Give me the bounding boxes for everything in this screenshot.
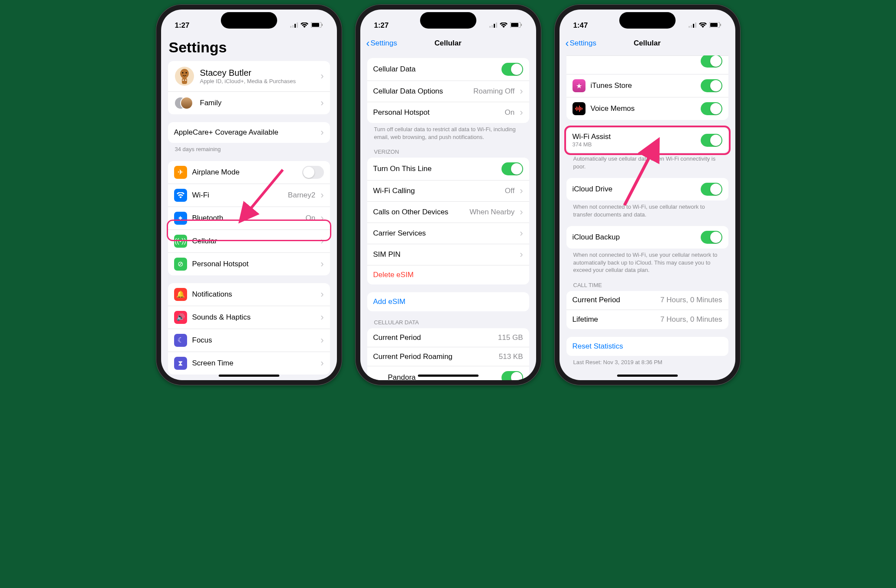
wifi-assist-sub: 374 MB	[573, 141, 695, 148]
icloud-backup-toggle[interactable]	[701, 231, 722, 244]
cellular-data-row[interactable]: Cellular Data	[367, 58, 529, 81]
wifi-value: Barney2	[288, 191, 315, 200]
airplane-row[interactable]: ✈ Airplane Mode	[168, 161, 330, 184]
chevron-icon: ›	[520, 107, 523, 118]
sounds-row[interactable]: 🔊 Sounds & Haptics ›	[168, 306, 330, 329]
add-esim-row[interactable]: Add eSIM	[367, 292, 529, 311]
itunes-row[interactable]: ★ iTunes Store	[566, 74, 728, 97]
status-right	[489, 21, 522, 30]
icloud-drive-toggle[interactable]	[701, 183, 722, 196]
wifi-assist-toggle[interactable]	[701, 134, 722, 147]
cellular-data-toggle[interactable]	[501, 63, 523, 76]
hotspot-row[interactable]: ⊘ Personal Hotspot ›	[168, 253, 330, 275]
carrier-header: VERIZON	[367, 149, 529, 158]
screentime-row[interactable]: ⧗ Screen Time ›	[168, 352, 330, 375]
notch	[420, 12, 476, 29]
svg-rect-22	[689, 26, 690, 28]
icloud-drive-row[interactable]: iCloud Drive	[566, 178, 728, 200]
cellular-options-label: Cellular Data Options	[373, 87, 469, 96]
carrier-services-row[interactable]: Carrier Services ›	[367, 223, 529, 244]
notch	[619, 12, 676, 29]
pandora-row[interactable]: Pandora	[367, 366, 529, 380]
hotspot-label: Personal Hotspot	[373, 108, 500, 117]
svg-rect-16	[492, 25, 493, 28]
back-label: Settings	[570, 39, 596, 48]
profile-name: Stacey Butler	[200, 68, 316, 78]
svg-rect-6	[322, 24, 323, 26]
wifi-calling-label: Wi-Fi Calling	[373, 187, 500, 195]
chevron-left-icon: ‹	[366, 37, 370, 49]
voice-memos-toggle[interactable]	[701, 102, 722, 115]
svg-rect-3	[297, 23, 298, 28]
screen-2: 1:27 ‹ Settings Cellular Cellular Data	[360, 10, 536, 380]
page-title: Settings	[161, 34, 337, 58]
itunes-toggle[interactable]	[701, 79, 722, 92]
icloud-drive-label: iCloud Drive	[573, 185, 695, 194]
other-devices-label: Calls on Other Devices	[373, 208, 465, 216]
nav-bar: ‹ Settings Cellular	[360, 34, 536, 54]
ct-current-row: Current Period 7 Hours, 0 Minutes	[566, 291, 728, 310]
svg-rect-32	[579, 106, 580, 112]
wifi-icon	[301, 21, 308, 30]
voice-memos-label: Voice Memos	[591, 104, 695, 113]
other-devices-value: When Nearby	[469, 208, 514, 216]
speaker-icon: 🔊	[174, 311, 187, 324]
svg-rect-1	[292, 25, 294, 28]
airplane-icon: ✈	[174, 166, 187, 179]
airplane-toggle[interactable]	[302, 166, 324, 179]
cellular-row[interactable]: ((•)) Cellular ›	[168, 230, 330, 253]
profile-row[interactable]: Stacey Butler Apple ID, iCloud+, Media &…	[168, 61, 330, 92]
wifi-row-icon	[174, 189, 187, 202]
svg-rect-34	[582, 108, 582, 110]
cellular-options-value: Roaming Off	[473, 87, 514, 96]
bluetooth-label: Bluetooth	[192, 214, 301, 223]
chevron-icon: ›	[320, 127, 323, 138]
family-row[interactable]: Family ›	[168, 92, 330, 114]
status-time: 1:47	[573, 21, 588, 30]
nav-bar: ‹ Settings Cellular	[560, 34, 735, 54]
phone-2-frame: 1:27 ‹ Settings Cellular Cellular Data	[355, 4, 541, 385]
star-icon: ★	[573, 79, 585, 92]
chevron-icon: ›	[520, 207, 523, 218]
reset-stats-row[interactable]: Reset Statistics	[566, 337, 728, 356]
wifi-assist-footer: Automatically use cellular data when Wi-…	[566, 152, 728, 170]
icloud-backup-label: iCloud Backup	[573, 233, 695, 242]
sounds-label: Sounds & Haptics	[192, 313, 316, 322]
delete-esim-row[interactable]: Delete eSIM	[367, 265, 529, 284]
sim-pin-label: SIM PIN	[373, 250, 515, 259]
partial-row-top[interactable]	[566, 55, 728, 74]
status-time: 1:27	[175, 21, 190, 30]
sim-pin-row[interactable]: SIM PIN ›	[367, 244, 529, 265]
wifi-row[interactable]: Wi-Fi Barney2 ›	[168, 184, 330, 207]
wifi-calling-row[interactable]: Wi-Fi Calling Off ›	[367, 181, 529, 202]
chevron-icon: ›	[320, 358, 323, 369]
home-indicator	[617, 375, 678, 377]
back-button[interactable]: ‹ Settings	[366, 37, 397, 49]
chevron-icon: ›	[320, 190, 323, 201]
family-avatars	[174, 97, 195, 110]
hotspot-row[interactable]: Personal Hotspot On ›	[367, 102, 529, 123]
applecare-row[interactable]: AppleCare+ Coverage Available ›	[168, 122, 330, 143]
status-right	[689, 21, 721, 30]
wifi-assist-row[interactable]: Wi-Fi Assist 374 MB	[566, 128, 728, 152]
icloud-backup-row[interactable]: iCloud Backup	[566, 226, 728, 249]
chevron-icon: ›	[320, 213, 323, 224]
home-indicator	[219, 375, 279, 377]
notifications-row[interactable]: 🔔 Notifications ›	[168, 283, 330, 306]
signal-icon	[689, 21, 696, 30]
other-devices-row[interactable]: Calls on Other Devices When Nearby ›	[367, 202, 529, 223]
cellular-options-row[interactable]: Cellular Data Options Roaming Off ›	[367, 81, 529, 102]
bluetooth-row[interactable]: ⌖ Bluetooth On ›	[168, 207, 330, 230]
svg-rect-20	[511, 23, 518, 27]
pandora-toggle[interactable]	[501, 371, 523, 380]
cellular-data-header: CELLULAR DATA	[367, 319, 529, 328]
back-button[interactable]: ‹ Settings	[566, 37, 596, 49]
ct-lifetime-row: Lifetime 7 Hours, 0 Minutes	[566, 310, 728, 329]
focus-row[interactable]: ☾ Focus ›	[168, 329, 330, 352]
cellular-label: Cellular	[192, 237, 316, 246]
battery-icon	[510, 21, 522, 30]
turn-on-line-row[interactable]: Turn On This Line	[367, 158, 529, 181]
line-toggle[interactable]	[501, 162, 523, 175]
partial-toggle[interactable]	[701, 55, 722, 68]
voice-memos-row[interactable]: Voice Memos	[566, 97, 728, 120]
